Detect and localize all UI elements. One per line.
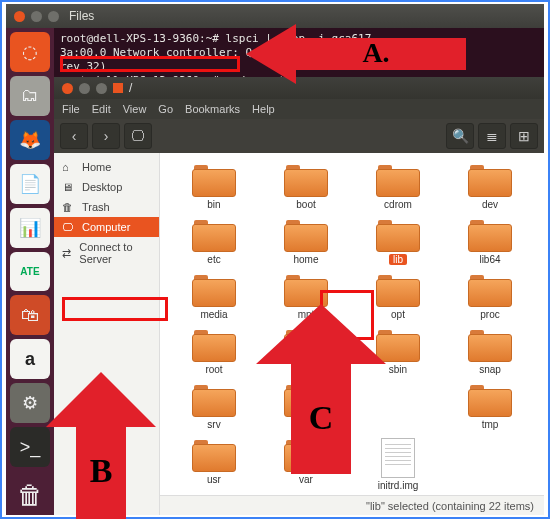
folder-label: lib64	[479, 254, 500, 265]
minimize-icon[interactable]	[31, 11, 42, 22]
folder-label: boot	[296, 199, 315, 210]
nautilus-min-icon[interactable]	[79, 83, 90, 94]
nautilus-window: / File Edit View Go Bookmarks Help ‹ › 🖵…	[54, 77, 544, 515]
folder-label: sbin	[389, 364, 407, 375]
folder-label: var	[299, 474, 313, 485]
folder-icon	[192, 438, 236, 472]
maximize-icon[interactable]	[48, 11, 59, 22]
place-connect-to-server[interactable]: ⇄Connect to Server	[54, 237, 159, 269]
nautilus-places-sidebar: ⌂Home🖥Desktop🗑Trash🖵Computer⇄Connect to …	[54, 153, 160, 515]
folder-root[interactable]: root	[170, 328, 258, 375]
search-button[interactable]: 🔍	[446, 123, 474, 149]
menu-bookmarks[interactable]: Bookmarks	[185, 103, 240, 115]
folder-label: dev	[482, 199, 498, 210]
ate-icon[interactable]: ATE	[10, 252, 50, 292]
close-icon[interactable]	[14, 11, 25, 22]
folder-media[interactable]: media	[170, 273, 258, 320]
folder-label: tmp	[482, 419, 499, 430]
folder-label: bin	[207, 199, 220, 210]
folder-usr[interactable]: usr	[170, 438, 258, 491]
nautilus-menubar: File Edit View Go Bookmarks Help	[54, 99, 544, 119]
folder-lib[interactable]: lib	[354, 218, 442, 265]
file-initrd.img[interactable]: initrd.img	[354, 438, 442, 491]
software-icon[interactable]: 🛍	[10, 295, 50, 335]
folder-sys[interactable]: sys	[262, 383, 350, 430]
trash-icon[interactable]: 🗑	[10, 475, 50, 515]
back-button[interactable]: ‹	[60, 123, 88, 149]
firefox-icon[interactable]: 🦊	[10, 120, 50, 160]
folder-dev[interactable]: dev	[446, 163, 534, 210]
files-launcher-icon[interactable]: 🗂	[10, 76, 50, 116]
calc-icon[interactable]: 📊	[10, 208, 50, 248]
folder-boot[interactable]: boot	[262, 163, 350, 210]
folder-sbin[interactable]: sbin	[354, 328, 442, 375]
folder-mnt[interactable]: mnt	[262, 273, 350, 320]
terminal-launcher-icon[interactable]: >_	[10, 427, 50, 467]
folder-icon	[376, 273, 420, 307]
folder-run[interactable]: run	[262, 328, 350, 375]
place-label: Connect to Server	[79, 241, 151, 265]
folder-label: root	[205, 364, 222, 375]
nautilus-max-icon[interactable]	[96, 83, 107, 94]
forward-button[interactable]: ›	[92, 123, 120, 149]
place-desktop[interactable]: 🖥Desktop	[54, 177, 159, 197]
folder-etc[interactable]: etc	[170, 218, 258, 265]
folder-icon	[376, 163, 420, 197]
folder-var[interactable]: var	[262, 438, 350, 491]
place-home[interactable]: ⌂Home	[54, 157, 159, 177]
folder-icon	[192, 163, 236, 197]
folder-label: lib	[389, 254, 407, 265]
folder-icon	[192, 383, 236, 417]
amazon-icon[interactable]: a	[10, 339, 50, 379]
folder-icon	[192, 273, 236, 307]
list-view-button[interactable]: ≣	[478, 123, 506, 149]
folder-label: srv	[207, 419, 220, 430]
terminal-output[interactable]: root@dell-XPS-13-9360:~# lspci | grep -i…	[54, 28, 544, 77]
folder-icon	[468, 273, 512, 307]
folder-icon	[376, 328, 420, 362]
settings-icon[interactable]: ⚙	[10, 383, 50, 423]
place-label: Desktop	[82, 181, 122, 193]
nautilus-close-icon[interactable]	[62, 83, 73, 94]
folder-icon	[284, 383, 328, 417]
folder-label: proc	[480, 309, 499, 320]
folder-label: opt	[391, 309, 405, 320]
menu-go[interactable]: Go	[158, 103, 173, 115]
folder-cdrom[interactable]: cdrom	[354, 163, 442, 210]
writer-icon[interactable]: 📄	[10, 164, 50, 204]
folder-bin[interactable]: bin	[170, 163, 258, 210]
folder-srv[interactable]: srv	[170, 383, 258, 430]
folder-snap[interactable]: snap	[446, 328, 534, 375]
folder-icon	[468, 383, 512, 417]
place-icon: 🗑	[62, 201, 76, 213]
folder-label: run	[299, 364, 313, 375]
folder-label: sys	[299, 419, 314, 430]
place-computer[interactable]: 🖵Computer	[54, 217, 159, 237]
folder-proc[interactable]: proc	[446, 273, 534, 320]
folder-icon	[192, 218, 236, 252]
place-trash[interactable]: 🗑Trash	[54, 197, 159, 217]
grid-view-button[interactable]: ⊞	[510, 123, 538, 149]
folder-lib64[interactable]: lib64	[446, 218, 534, 265]
folder-icon	[284, 438, 328, 472]
place-icon: ⇄	[62, 247, 73, 259]
window-titlebar: Files	[6, 4, 544, 28]
folder-tmp[interactable]: tmp	[446, 383, 534, 430]
folder-opt[interactable]: opt	[354, 273, 442, 320]
folder-icon	[468, 328, 512, 362]
menu-help[interactable]: Help	[252, 103, 275, 115]
menu-view[interactable]: View	[123, 103, 147, 115]
computer-path-button[interactable]: 🖵	[124, 123, 152, 149]
folder-home[interactable]: home	[262, 218, 350, 265]
menu-file[interactable]: File	[62, 103, 80, 115]
menu-edit[interactable]: Edit	[92, 103, 111, 115]
nautilus-file-pane[interactable]: binbootcdromdevetchomeliblib64mediamntop…	[160, 153, 544, 515]
folder-icon	[113, 83, 123, 93]
folder-icon	[376, 218, 420, 252]
dash-icon[interactable]: ◌	[10, 32, 50, 72]
folder-icon	[284, 273, 328, 307]
nautilus-statusbar: "lib" selected (containing 22 items)	[160, 495, 544, 515]
window-title: Files	[69, 9, 94, 23]
nautilus-titlebar: /	[54, 77, 544, 99]
place-label: Home	[82, 161, 111, 173]
